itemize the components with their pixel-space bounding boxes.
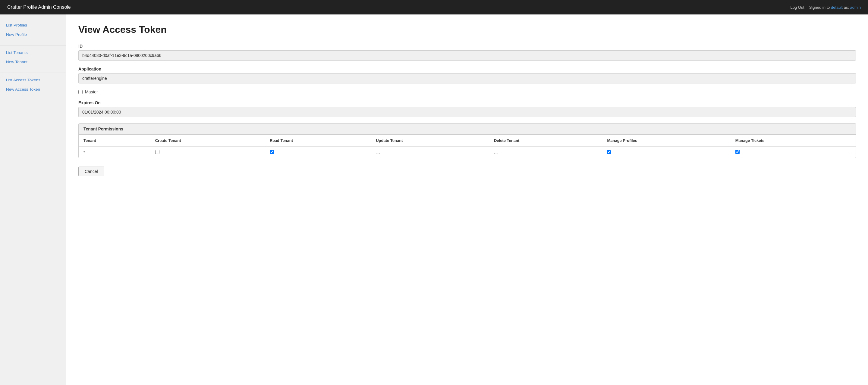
permissions-table-header-row: Tenant Create Tenant Read Tenant Update …: [79, 135, 856, 147]
sidebar-divider-1: [0, 45, 66, 45]
app-header: Crafter Profile Admin Console Log Out Si…: [0, 0, 868, 14]
cancel-button[interactable]: Cancel: [79, 167, 104, 176]
sidebar-tokens-section: List Access Tokens New Access Token: [0, 75, 66, 94]
master-label: Master: [85, 90, 98, 94]
permissions-table-head: Tenant Create Tenant Read Tenant Update …: [79, 135, 856, 147]
expires-on-field-group: Expires On 01/01/2024 00:00:00: [79, 100, 856, 117]
expires-on-value: 01/01/2024 00:00:00: [79, 107, 856, 117]
logout-button[interactable]: Log Out: [790, 5, 804, 10]
header-right: Log Out Signed in to default as: admin: [790, 5, 861, 10]
col-create-tenant: Create Tenant: [150, 135, 265, 147]
permissions-header: Tenant Permissions: [79, 124, 856, 135]
col-delete-tenant: Delete Tenant: [489, 135, 602, 147]
sidebar-tenants-section: List Tenants New Tenant: [0, 48, 66, 67]
delete-tenant-cell: [489, 147, 602, 158]
permissions-table: Tenant Create Tenant Read Tenant Update …: [79, 135, 856, 158]
application-field-group: Application crafterengine: [79, 67, 856, 84]
id-label: ID: [79, 44, 856, 49]
master-checkbox[interactable]: [79, 90, 83, 94]
create-tenant-cell: [150, 147, 265, 158]
manage-profiles-checkbox[interactable]: [607, 150, 611, 154]
col-update-tenant: Update Tenant: [371, 135, 489, 147]
sidebar: List Profiles New Profile List Tenants N…: [0, 14, 66, 385]
sidebar-item-list-access-tokens[interactable]: List Access Tokens: [0, 75, 66, 85]
sidebar-item-list-tenants[interactable]: List Tenants: [0, 48, 66, 57]
col-manage-tickets: Manage Tickets: [731, 135, 856, 147]
update-tenant-cell: [371, 147, 489, 158]
sidebar-item-new-access-token[interactable]: New Access Token: [0, 85, 66, 94]
manage-tickets-checkbox[interactable]: [735, 150, 740, 154]
permissions-table-body: *: [79, 147, 856, 158]
app-title: Crafter Profile Admin Console: [7, 4, 71, 10]
tenant-cell: *: [79, 147, 150, 158]
tenant-link[interactable]: default: [831, 5, 843, 10]
sidebar-item-new-profile[interactable]: New Profile: [0, 30, 66, 39]
col-manage-profiles: Manage Profiles: [602, 135, 730, 147]
table-row: *: [79, 147, 856, 158]
manage-profiles-cell: [602, 147, 730, 158]
signed-in-text: Signed in to default as: admin: [809, 5, 861, 10]
permissions-section: Tenant Permissions Tenant Create Tenant …: [79, 123, 856, 158]
read-tenant-checkbox[interactable]: [270, 150, 274, 154]
col-tenant: Tenant: [79, 135, 150, 147]
id-field-group: ID b4d44030-d0af-11e3-9c1a-0800200c9a66: [79, 44, 856, 61]
id-value: b4d44030-d0af-11e3-9c1a-0800200c9a66: [79, 50, 856, 61]
col-read-tenant: Read Tenant: [265, 135, 371, 147]
manage-tickets-cell: [731, 147, 856, 158]
expires-on-label: Expires On: [79, 100, 856, 105]
sidebar-item-list-profiles[interactable]: List Profiles: [0, 21, 66, 30]
read-tenant-cell: [265, 147, 371, 158]
delete-tenant-checkbox[interactable]: [494, 150, 498, 154]
master-checkbox-row: Master: [79, 90, 856, 94]
update-tenant-checkbox[interactable]: [376, 150, 380, 154]
create-tenant-checkbox[interactable]: [155, 150, 159, 154]
user-link[interactable]: admin: [850, 5, 861, 10]
application-label: Application: [79, 67, 856, 71]
sidebar-profiles-section: List Profiles New Profile: [0, 21, 66, 39]
main-content: View Access Token ID b4d44030-d0af-11e3-…: [66, 14, 868, 385]
application-value: crafterengine: [79, 73, 856, 84]
page-title: View Access Token: [79, 24, 856, 35]
layout: List Profiles New Profile List Tenants N…: [0, 14, 868, 385]
sidebar-item-new-tenant[interactable]: New Tenant: [0, 57, 66, 67]
